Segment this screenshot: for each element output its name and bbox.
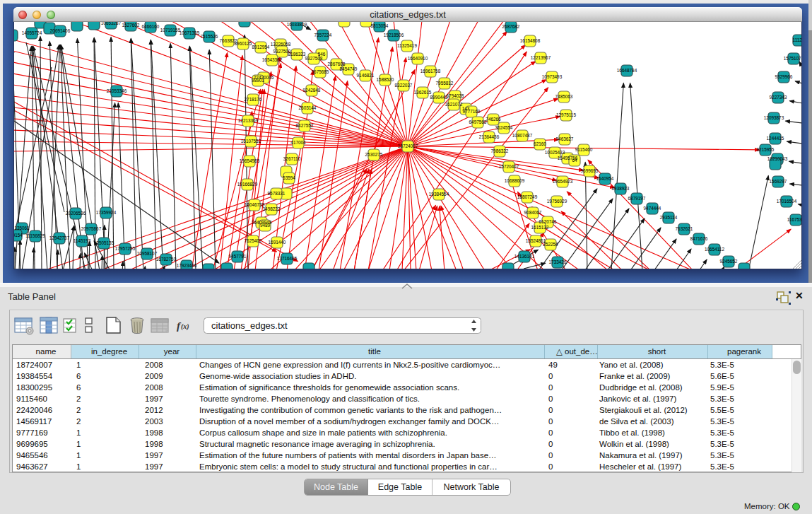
svg-text:15751074: 15751074 [784,56,802,61]
svg-text:12213967: 12213967 [531,55,551,60]
svg-text:6794028: 6794028 [447,93,464,98]
svg-text:1691440: 1691440 [269,240,286,245]
svg-text:16961758: 16961758 [420,69,441,74]
svg-text:2935114: 2935114 [660,215,678,220]
svg-text:10653287: 10653287 [101,22,122,25]
svg-text:3675685: 3675685 [312,69,329,74]
svg-text:12975115: 12975115 [556,112,576,117]
svg-text:16154808: 16154808 [520,38,541,43]
svg-text:9327508: 9327508 [305,56,323,61]
svg-text:17016504: 17016504 [777,199,797,204]
svg-text:19384554: 19384554 [429,192,449,197]
svg-text:9146821: 9146821 [357,73,375,78]
svg-text:19654985: 19654985 [240,158,260,163]
svg-text:10671355: 10671355 [180,30,200,35]
svg-text:1615132: 1615132 [531,225,549,230]
svg-text:19756929: 19756929 [547,199,567,204]
svg-text:16782759: 16782759 [156,257,177,262]
svg-text:12505135: 12505135 [94,240,114,245]
svg-text:8813054: 8813054 [371,23,389,28]
svg-text:2687682: 2687682 [502,24,520,29]
svg-text:8186323: 8186323 [288,52,306,57]
svg-text:1145193: 1145193 [73,238,91,243]
svg-text:20691406: 20691406 [50,28,71,33]
svg-text:9489: 9489 [260,223,271,228]
svg-text:62160: 62160 [534,141,546,146]
svg-text:8578331: 8578331 [268,191,286,196]
svg-text:7625402: 7625402 [245,238,262,243]
svg-text:16543362: 16543362 [262,57,283,62]
svg-text:6466160: 6466160 [142,24,160,29]
svg-text:10958107: 10958107 [137,251,158,256]
svg-text:20975867: 20975867 [81,226,102,231]
svg-text:1588520: 1588520 [377,77,394,82]
svg-text:citations_edges.txt: citations_edges.txt [211,320,288,331]
svg-text:9474444: 9474444 [644,206,661,211]
svg-text:21364436: 21364436 [479,134,500,139]
svg-text:135061: 135061 [14,226,30,230]
svg-text:15720407: 15720407 [499,164,519,169]
svg-text:9329966: 9329966 [775,74,793,79]
svg-text:7632621: 7632621 [676,226,693,231]
svg-text:417004: 417004 [290,140,306,145]
svg-text:6879197: 6879197 [628,196,646,201]
svg-text:8322037: 8322037 [395,83,413,88]
svg-text:16648784: 16648784 [617,68,637,73]
svg-text:10807487: 10807487 [512,133,533,138]
svg-text:252254: 252254 [543,242,558,247]
svg-text:9245652: 9245652 [720,259,738,264]
svg-text:10025433: 10025433 [545,150,565,155]
svg-text:8938923: 8938923 [612,186,630,191]
svg-text:8427552: 8427552 [296,123,314,128]
svg-text:13226058: 13226058 [271,42,291,47]
svg-text:9115460: 9115460 [575,147,593,152]
svg-text:16046738: 16046738 [245,202,265,207]
svg-text:9457791: 9457791 [229,254,247,259]
svg-text:8960125: 8960125 [235,41,252,46]
svg-text:7986322: 7986322 [491,148,509,153]
svg-text:16640910: 16640910 [408,56,428,61]
svg-text:3624554: 3624554 [495,125,513,130]
svg-text:18807249: 18807249 [517,194,538,199]
svg-text:1569297: 1569297 [770,179,787,184]
svg-text:3267110: 3267110 [283,156,301,161]
svg-text:19218506: 19218506 [384,33,404,37]
svg-text:16210643: 16210643 [767,156,788,161]
svg-text:53594: 53594 [283,175,295,180]
svg-text:(x): (x) [181,322,189,331]
svg-text:2718176: 2718176 [245,97,262,102]
svg-text:11156829: 11156829 [25,233,45,238]
svg-text:8215955: 8215955 [757,147,775,152]
svg-text:20206536: 20206536 [66,211,86,216]
svg-text:19166829: 19166829 [237,182,258,187]
svg-text:11325419: 11325419 [397,43,417,48]
svg-text:16033809: 16033809 [287,22,307,27]
svg-text:18724007: 18724007 [398,144,418,148]
svg-text:7955812: 7955812 [436,81,454,86]
svg-text:8990443: 8990443 [430,95,448,100]
svg-text:10654112: 10654112 [705,247,724,252]
svg-text:12942737: 12942737 [49,235,70,240]
svg-text:7515526: 7515526 [201,34,218,39]
svg-text:64: 64 [572,158,577,163]
svg-text:13716485: 13716485 [277,256,298,261]
svg-text:8454749: 8454749 [340,66,358,71]
svg-text:2530275: 2530275 [365,152,383,157]
svg-text:9463627: 9463627 [556,136,574,141]
svg-text:1167533: 1167533 [787,217,802,222]
svg-text:9777169: 9777169 [463,109,481,114]
svg-text:17923446: 17923446 [177,263,197,268]
svg-text:2603144: 2603144 [299,105,317,110]
svg-text:21053346: 21053346 [107,88,127,93]
svg-text:7357224: 7357224 [314,33,332,37]
svg-text:98901: 98901 [252,78,264,83]
svg-text:11123: 11123 [793,37,802,42]
svg-text:14136141: 14136141 [514,254,535,259]
svg-text:3498222: 3498222 [263,206,281,211]
svg-text:39154: 39154 [14,233,23,238]
svg-text:1244415: 1244415 [767,136,784,141]
svg-text:10719155: 10719155 [160,28,181,33]
svg-text:9227343: 9227343 [770,95,787,100]
svg-text:12213369: 12213369 [238,118,259,123]
svg-text:1640954: 1640954 [596,176,614,181]
